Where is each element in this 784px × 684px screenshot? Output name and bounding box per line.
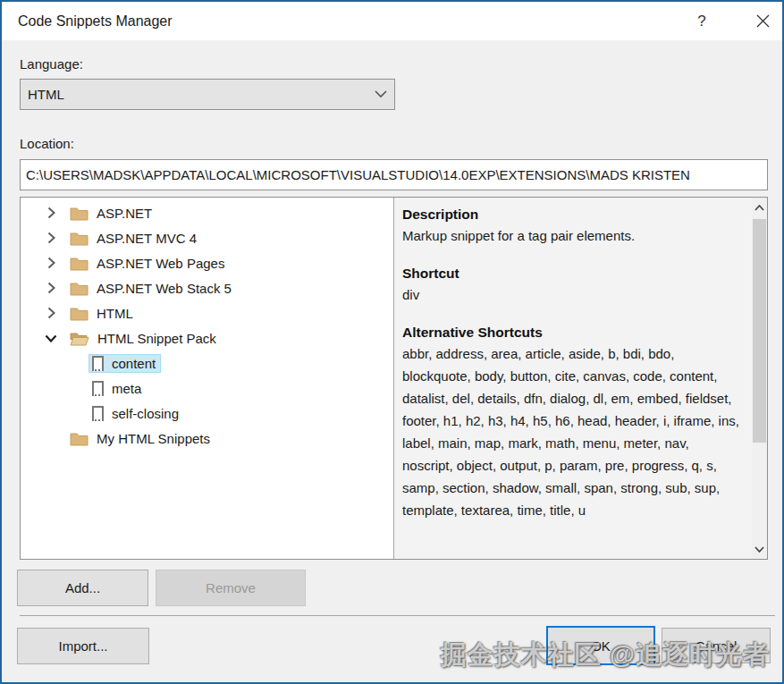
tree-item-label: HTML Snippet Pack [97,331,216,346]
tree-item-content[interactable]: content [21,350,393,376]
location-field[interactable]: C:\USERS\MADSK\APPDATA\LOCAL\MICROSOFT\V… [20,159,768,190]
tree-item-label: ASP.NET Web Stack 5 [97,281,232,296]
tree-item-asp-net-web-pages[interactable]: ASP.NET Web Pages [21,250,393,275]
snippet-icon [92,356,104,371]
details-body: Markup snippet for a tag pair elements. [402,224,742,247]
snippet-icon [92,381,104,396]
window-title: Code Snippets Manager [18,13,173,30]
close-button[interactable] [743,2,782,40]
location-path: C:\USERS\MADSK\APPDATA\LOCAL\MICROSOFT\V… [26,167,690,182]
tree-item-label: meta [112,381,141,396]
location-label: Location: [20,136,74,151]
ok-button[interactable]: OK [546,626,655,665]
language-label: Language: [20,56,83,72]
tree-item-label: HTML [97,306,133,321]
scrollbar-thumb[interactable] [753,219,766,443]
chevron-right-icon[interactable] [44,206,58,220]
tree-item-label: self-closing [112,406,179,421]
chevron-right-icon[interactable] [44,256,58,270]
details-pane: DescriptionMarkup snippet for a tag pair… [394,198,767,559]
details-heading: Description [402,207,742,223]
folder-icon [70,256,89,271]
remove-button: Remove [156,570,306,606]
cancel-button[interactable]: Cancel [662,628,771,663]
details-body: div [402,283,742,306]
folder-icon [70,281,89,296]
details-body: abbr, address, area, article, aside, b, … [402,342,742,521]
chevron-right-icon[interactable] [44,231,58,245]
tree-item-label: content [112,356,156,371]
language-value: HTML [28,87,64,102]
tree-item-asp-net-web-stack-5[interactable]: ASP.NET Web Stack 5 [21,275,393,300]
details-scrollbar[interactable] [752,198,767,559]
details-heading: Shortcut [402,266,742,282]
tree-item-meta[interactable]: meta [21,376,393,401]
folder-icon [70,306,89,321]
snippet-tree: ASP.NETASP.NET MVC 4ASP.NET Web PagesASP… [21,198,394,559]
tree-item-label: ASP.NET MVC 4 [97,231,197,246]
folder-icon [70,431,89,446]
tree-item-asp-net-mvc-4[interactable]: ASP.NET MVC 4 [21,225,393,250]
tree-item-label: ASP.NET [97,206,152,221]
add-button[interactable]: Add... [17,570,148,606]
tree-item-self-closing[interactable]: self-closing [21,401,393,426]
scroll-up-icon[interactable] [752,199,767,215]
snippet-icon [92,406,104,421]
folder-icon [70,231,89,246]
help-button[interactable]: ? [682,2,721,40]
language-select[interactable]: HTML [20,79,395,110]
separator [20,615,775,616]
code-snippets-manager-dialog: Code Snippets Manager ? Language: HTML L… [0,0,784,684]
scroll-down-icon[interactable] [752,541,767,557]
chevron-down-icon [375,90,387,98]
import-button[interactable]: Import... [17,628,149,664]
tree-item-html[interactable]: HTML [21,300,393,325]
folder-icon [70,206,89,221]
help-icon: ? [697,13,705,30]
titlebar: Code Snippets Manager ? [2,2,782,40]
tree-item-asp-net[interactable]: ASP.NET [21,200,393,225]
tree-item-label: ASP.NET Web Pages [97,256,224,271]
tree-item-label: My HTML Snippets [97,431,210,446]
close-icon [756,14,770,28]
main-panel: ASP.NETASP.NET MVC 4ASP.NET Web PagesASP… [20,197,768,560]
tree-item-html-snippet-pack[interactable]: HTML Snippet Pack [21,325,393,350]
expander-placeholder [44,431,58,445]
chevron-right-icon[interactable] [44,281,58,295]
tree-item-my-html-snippets[interactable]: My HTML Snippets [21,426,393,451]
details-heading: Alternative Shortcuts [402,325,742,341]
chevron-right-icon[interactable] [44,306,58,320]
chevron-down-icon[interactable] [44,331,58,345]
folder-open-icon [70,331,89,346]
